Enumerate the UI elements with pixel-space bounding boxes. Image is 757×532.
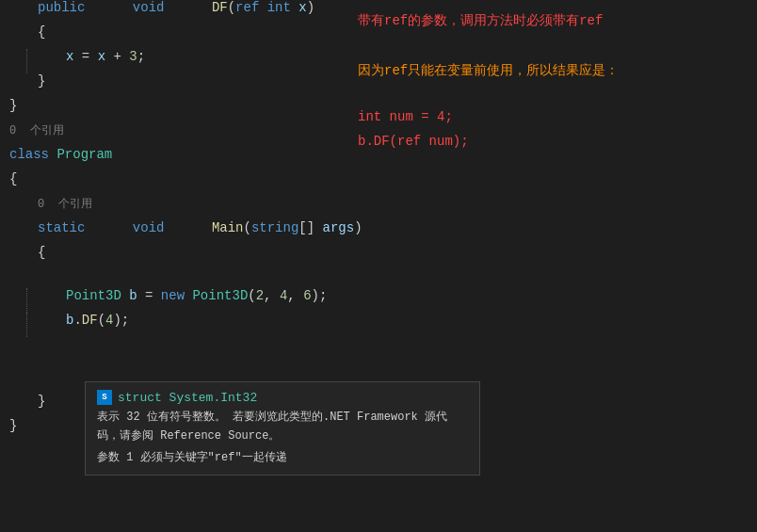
tooltip-title: struct System.Int32 — [118, 391, 257, 405]
class-point3d-new: Point3D — [192, 288, 248, 303]
num-6: 6 — [303, 288, 311, 303]
num-arg-4: 4 — [105, 313, 113, 328]
class-program: Program — [56, 147, 112, 162]
ref-count-1: 0 个引用 — [9, 122, 64, 138]
brace-class-close: } — [9, 418, 17, 433]
num-4: 4 — [280, 288, 287, 303]
tooltip-header: S struct System.Int32 — [97, 390, 468, 405]
code-line-4: } — [0, 73, 339, 98]
keyword-void: void — [133, 0, 165, 15]
tooltip-warning: 参数 1 必须与关键字"ref"一起传递 — [97, 449, 468, 467]
code-line-3: x = x + 3; — [0, 49, 339, 73]
code-line-5: } — [0, 98, 339, 122]
code-line-ref2: 0 个引用 — [0, 196, 339, 220]
code-line-point3d: Point3D b = new Point3D(2, 4, 6); — [0, 288, 339, 313]
code-line-main: static void Main(string[] args) — [0, 220, 339, 245]
keyword-new: new — [161, 288, 185, 303]
code-line-empty — [0, 269, 339, 288]
num-2: 2 — [256, 288, 264, 303]
keyword-int: int — [267, 0, 291, 15]
brace-class-open: { — [9, 171, 17, 186]
brace-close-1: } — [38, 73, 45, 89]
var-x: x — [66, 49, 73, 64]
keyword-class: class — [9, 147, 49, 162]
struct-icon: S — [97, 390, 112, 405]
keyword-ref: ref — [235, 0, 259, 15]
method-main: Main — [212, 220, 244, 235]
keyword-static: static — [38, 220, 85, 235]
keyword-string: string — [251, 220, 298, 235]
keyword-void2: void — [133, 220, 165, 235]
tooltip-description: 表示 32 位有符号整数。 若要浏览此类型的.NET Framework 源代码… — [97, 409, 468, 444]
brace-open-1: { — [38, 24, 45, 40]
annotation-line2: 因为ref只能在变量前使用，所以结果应是： — [358, 59, 738, 83]
brace-main-close: } — [38, 394, 45, 409]
editor-container: public void DF(ref int x) { x = x + 3; }… — [0, 0, 757, 532]
code-line-class-open: { — [0, 171, 339, 196]
tooltip-box: S struct System.Int32 表示 32 位有符号整数。 若要浏览… — [85, 381, 480, 476]
ref-count-2: 0 个引用 — [38, 196, 92, 212]
var-b: b — [129, 288, 137, 303]
var-x2: x — [98, 49, 105, 64]
code-line-ref1: 0 个引用 — [0, 122, 339, 147]
num-3: 3 — [129, 49, 137, 64]
code-line-bdf: b.DF(4); — [0, 313, 339, 337]
code-area: public void DF(ref int x) { x = x + 3; }… — [0, 0, 339, 532]
brace-close-2: } — [9, 98, 17, 113]
annotation-line1: 带有ref的参数，调用方法时必须带有ref — [358, 9, 738, 33]
param-x: x — [298, 0, 306, 15]
code-line-1: public void DF(ref int x) — [0, 0, 339, 24]
class-point3d: Point3D — [66, 288, 121, 303]
code-line-class: class Program — [0, 147, 339, 171]
brace-main-open: { — [38, 245, 45, 260]
annotation-code1: int num = 4; — [358, 105, 738, 129]
method-df2: DF — [82, 313, 98, 328]
method-df: DF — [212, 0, 228, 15]
annotation-code2: b.DF(ref num); — [358, 130, 738, 153]
keyword-public: public — [38, 0, 85, 15]
var-b2: b — [66, 313, 73, 328]
